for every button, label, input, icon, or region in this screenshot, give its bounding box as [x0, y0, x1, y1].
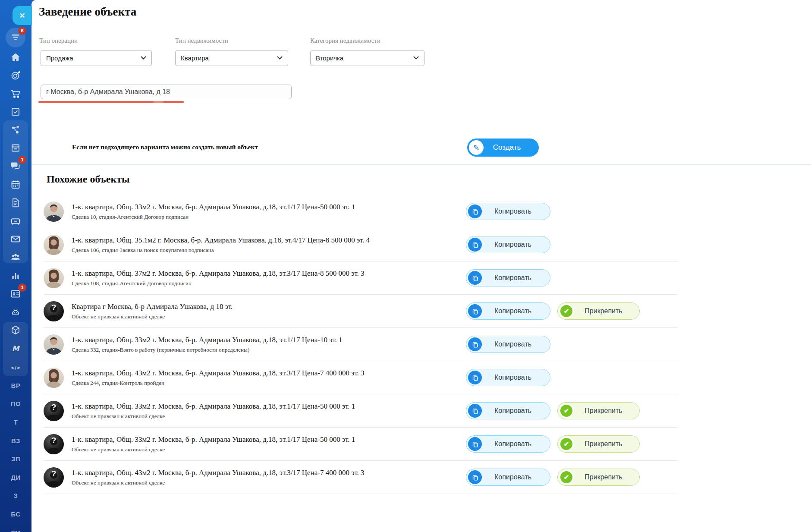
copy-button[interactable]: Копировать [466, 269, 550, 286]
sidebar-item-tasks[interactable] [6, 103, 25, 121]
avatar: ? [44, 301, 64, 321]
property-category-value: Вторичка [316, 54, 343, 62]
share-icon [10, 125, 21, 135]
sidebar-item-cart[interactable] [6, 85, 25, 103]
server-icon [10, 143, 21, 153]
sidebar-item-ди[interactable]: ДИ [0, 468, 31, 487]
create-button[interactable]: ✎ Создать [467, 139, 539, 157]
copy-button[interactable]: Копировать [466, 302, 550, 320]
copy-icon [468, 238, 482, 252]
sidebar-item-cash-drawer[interactable] [6, 212, 25, 230]
sidebar-item-вз[interactable]: ВЗ [0, 431, 31, 450]
copy-button[interactable]: Копировать [466, 402, 550, 419]
create-hint-text: Если нет подходящего варианта можно созд… [72, 143, 258, 151]
sidebar-item-cube[interactable] [6, 321, 25, 339]
copy-icon [468, 271, 482, 285]
notification-badge: 1 [18, 283, 26, 292]
object-title: 1-к. квартира, Общ. 33м2 г. Москва, б-р.… [72, 435, 355, 444]
object-status: Сделка 108, стадия-Агентский Договор под… [72, 280, 365, 287]
attach-button[interactable]: ✔ Прикрепить [557, 402, 640, 419]
copy-icon [468, 304, 482, 318]
property-type-label: Тип недвижимости [175, 37, 228, 44]
sidebar-item-code[interactable]: </> [6, 358, 25, 376]
section-divider [31, 164, 811, 165]
property-type-select[interactable]: Квартира [175, 50, 288, 66]
object-status: Объект не привязан к активной сделке [72, 446, 355, 453]
sidebar-item-robot[interactable] [6, 303, 25, 321]
question-mark-icon: ? [44, 403, 64, 412]
similar-object-row: 1-к. квартира, Общ. 43м2 г. Москва, б-р.… [44, 361, 678, 394]
copy-button-label: Копировать [482, 274, 550, 282]
similar-object-row: 1-к. квартира, Общ. 37м2 г. Москва, б-р.… [44, 261, 678, 295]
avatar [44, 368, 64, 388]
sidebar-item-filter[interactable]: 6 [6, 28, 25, 46]
sidebar-item-вр[interactable]: ВР [0, 376, 31, 395]
sidebar-item-share[interactable] [6, 121, 25, 139]
copy-button[interactable]: Копировать [466, 435, 550, 453]
sidebar-item-з[interactable]: З [0, 487, 31, 505]
similar-object-row: ? Квартира г Москва, б-р Адмирала Ушаков… [44, 295, 678, 328]
close-icon: ✕ [19, 11, 25, 20]
copy-button[interactable]: Копировать [466, 203, 550, 220]
copy-button[interactable]: Копировать [466, 236, 550, 253]
sidebar-item-calendar[interactable] [6, 176, 25, 194]
attach-button-label: Прикрепить [574, 440, 639, 448]
sidebar-item-server[interactable] [6, 139, 25, 157]
avatar [44, 334, 64, 355]
sidebar: 611M</> ВРПОТВЗЗПДИЗБСТМ [0, 0, 31, 532]
copy-icon [468, 404, 482, 418]
operation-type-select[interactable]: Продажа [41, 50, 152, 66]
sidebar-item-logo-m[interactable]: M [6, 340, 25, 358]
users-icon [10, 252, 21, 262]
sidebar-item-target[interactable] [6, 66, 25, 85]
copy-button[interactable]: Копировать [466, 336, 550, 353]
attach-button[interactable]: ✔ Прикрепить [557, 302, 640, 320]
similar-object-row: 1-к. квартира, Общ. 33м2 г. Москва, б-р.… [44, 328, 678, 361]
sidebar-item-home[interactable] [6, 48, 25, 66]
copy-button-label: Копировать [482, 241, 550, 249]
attach-button[interactable]: ✔ Прикрепить [557, 435, 640, 453]
sidebar-item-document[interactable] [6, 194, 25, 212]
close-panel-button[interactable]: ✕ [13, 6, 32, 25]
sidebar-item-тм[interactable]: ТМ [0, 523, 31, 532]
similar-object-row: 1-к. квартира, Общ. 33м2 г. Москва, б-р.… [44, 195, 678, 228]
cube-icon [10, 325, 21, 335]
copy-icon [468, 205, 482, 218]
sidebar-item-бс[interactable]: БС [0, 505, 31, 523]
sidebar-item-mail[interactable] [6, 230, 25, 248]
similar-object-row: ? 1-к. квартира, Общ. 43м2 г. Москва, б-… [44, 461, 678, 494]
main-panel: Заведение объекта Тип операции Тип недви… [31, 0, 811, 532]
check-icon: ✔ [559, 470, 574, 485]
avatar [44, 235, 64, 255]
chevron-down-icon [277, 56, 283, 60]
calendar-icon [10, 179, 21, 190]
sidebar-item-users[interactable] [6, 248, 25, 266]
question-mark-icon: ? [44, 303, 64, 312]
copy-icon [468, 437, 482, 451]
copy-icon [468, 337, 482, 351]
sidebar-text-menu: ВРПОТВЗЗПДИЗБСТМ [0, 376, 31, 532]
copy-button[interactable]: Копировать [466, 469, 550, 486]
sidebar-item-chart[interactable] [6, 267, 25, 285]
svg-text:</>: </> [11, 365, 20, 371]
red-underline-annotation [38, 101, 184, 103]
copy-button-label: Копировать [482, 208, 550, 215]
sidebar-item-chat[interactable]: 1 [6, 157, 25, 175]
sidebar-item-т[interactable]: Т [0, 413, 31, 431]
copy-button[interactable]: Копировать [466, 369, 550, 386]
svg-text:M: M [12, 344, 20, 353]
property-category-label: Категория недвижимости [310, 37, 380, 44]
avatar: ? [44, 467, 64, 488]
code-icon: </> [10, 362, 21, 372]
address-input[interactable] [41, 85, 292, 99]
chart-icon [10, 271, 21, 281]
property-category-select[interactable]: Вторичка [310, 50, 424, 66]
chevron-down-icon [141, 56, 146, 60]
sidebar-item-зп[interactable]: ЗП [0, 450, 31, 468]
avatar [44, 201, 64, 222]
sidebar-item-по[interactable]: ПО [0, 395, 31, 413]
sidebar-item-contact-card[interactable]: 1 [6, 285, 25, 303]
operation-type-value: Продажа [46, 54, 73, 62]
attach-button[interactable]: ✔ Прикрепить [557, 469, 640, 486]
similar-objects-list: 1-к. квартира, Общ. 33м2 г. Москва, б-р.… [44, 195, 678, 494]
